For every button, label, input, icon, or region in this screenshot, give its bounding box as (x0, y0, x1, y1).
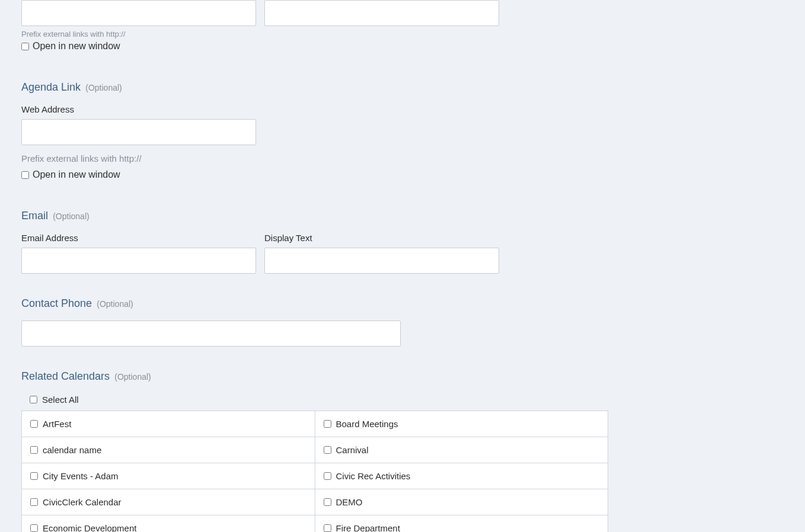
calendar-cell: calendar name (30, 445, 306, 455)
calendar-checkbox[interactable] (30, 420, 38, 428)
contact-phone-title: Contact Phone (21, 297, 92, 310)
table-row: CivicClerk CalendarDEMO (22, 489, 608, 515)
calendar-cell: DEMO (324, 497, 600, 507)
agenda-link-open-new-window-label: Open in new window (33, 169, 120, 180)
related-calendars-select-all-checkbox[interactable] (30, 396, 37, 403)
email-optional: (Optional) (53, 211, 89, 221)
calendar-label: Fire Department (336, 523, 400, 532)
email-address-col: Email Address (21, 233, 256, 274)
top-link-open-new-window-label: Open in new window (33, 41, 120, 52)
calendar-cell-container: CivicClerk Calendar (22, 489, 315, 515)
calendar-label: Economic Development (43, 523, 136, 532)
email-address-label: Email Address (21, 233, 256, 243)
calendar-cell: Civic Rec Activities (324, 471, 600, 481)
top-link-prefix-helper: Prefix external links with http:// (21, 30, 784, 39)
calendar-label: DEMO (336, 497, 363, 507)
top-link-displaytext-input[interactable] (264, 0, 499, 26)
calendar-cell-container: City Events - Adam (22, 463, 315, 489)
calendar-label: Civic Rec Activities (336, 471, 411, 481)
calendar-cell-container: Civic Rec Activities (315, 463, 608, 489)
calendar-cell: Economic Development (30, 523, 306, 532)
contact-phone-optional: (Optional) (97, 299, 133, 309)
top-link-webaddress-col (21, 0, 256, 26)
related-calendars-title: Related Calendars (21, 370, 110, 383)
calendar-cell-container: Economic Development (22, 515, 315, 533)
agenda-link-section: Agenda Link (Optional) Web Address Prefi… (21, 81, 784, 180)
calendar-checkbox[interactable] (324, 498, 331, 506)
email-address-input[interactable] (21, 248, 256, 274)
email-title: Email (21, 210, 48, 222)
table-row: calendar nameCarnival (22, 437, 608, 463)
agenda-link-optional: (Optional) (85, 83, 122, 92)
table-row: City Events - AdamCivic Rec Activities (22, 463, 608, 489)
calendar-checkbox[interactable] (324, 472, 331, 480)
related-calendars-optional: (Optional) (114, 372, 151, 382)
calendar-cell-container: Board Meetings (315, 411, 608, 437)
calendar-cell-container: Carnival (315, 437, 608, 463)
calendar-checkbox[interactable] (324, 420, 331, 428)
calendar-label: Board Meetings (336, 419, 398, 429)
email-section: Email (Optional) Email Address Display T… (21, 210, 784, 274)
email-displaytext-input[interactable] (264, 248, 499, 274)
agenda-link-open-new-window-checkbox[interactable] (21, 171, 29, 179)
top-link-webaddress-input[interactable] (21, 0, 256, 26)
calendar-label: Carnival (336, 445, 369, 455)
calendar-cell: CivicClerk Calendar (30, 497, 306, 507)
agenda-link-prefix-helper: Prefix external links with http:// (21, 153, 784, 164)
related-calendars-table: ArtFestBoard Meetingscalendar nameCarniv… (21, 411, 608, 532)
calendar-label: CivicClerk Calendar (43, 497, 122, 507)
agenda-link-title: Agenda Link (21, 81, 81, 94)
related-calendars-select-all-label: Select All (42, 395, 79, 405)
email-displaytext-label: Display Text (264, 233, 499, 243)
calendar-cell-container: ArtFest (22, 411, 315, 437)
contact-phone-input[interactable] (21, 321, 401, 347)
table-row: ArtFestBoard Meetings (22, 411, 608, 437)
table-row: Economic DevelopmentFire Department (22, 515, 608, 533)
top-link-open-new-window-checkbox[interactable] (21, 43, 29, 50)
calendar-cell-container: calendar name (22, 437, 315, 463)
contact-phone-section: Contact Phone (Optional) (21, 297, 784, 347)
calendar-checkbox[interactable] (30, 524, 38, 532)
agenda-link-webaddress-label: Web Address (21, 104, 784, 114)
calendar-cell: Fire Department (324, 523, 600, 532)
calendar-checkbox[interactable] (30, 446, 38, 454)
calendar-cell: Board Meetings (324, 419, 600, 429)
calendar-cell-container: DEMO (315, 489, 608, 515)
calendar-cell-container: Fire Department (315, 515, 608, 533)
top-link-group: Prefix external links with http:// Open … (21, 0, 784, 52)
calendar-checkbox[interactable] (324, 524, 331, 532)
email-displaytext-col: Display Text (264, 233, 499, 274)
calendar-checkbox[interactable] (324, 446, 331, 454)
calendar-cell: City Events - Adam (30, 471, 306, 481)
related-calendars-section: Related Calendars (Optional) Select All … (21, 370, 784, 532)
calendar-label: City Events - Adam (43, 471, 119, 481)
calendar-checkbox[interactable] (30, 472, 38, 480)
calendar-label: ArtFest (43, 419, 71, 429)
calendar-cell: ArtFest (30, 419, 306, 429)
calendar-label: calendar name (43, 445, 101, 455)
top-link-displaytext-col (264, 0, 499, 26)
agenda-link-webaddress-input[interactable] (21, 119, 256, 145)
calendar-checkbox[interactable] (30, 498, 38, 506)
calendar-cell: Carnival (324, 445, 600, 455)
